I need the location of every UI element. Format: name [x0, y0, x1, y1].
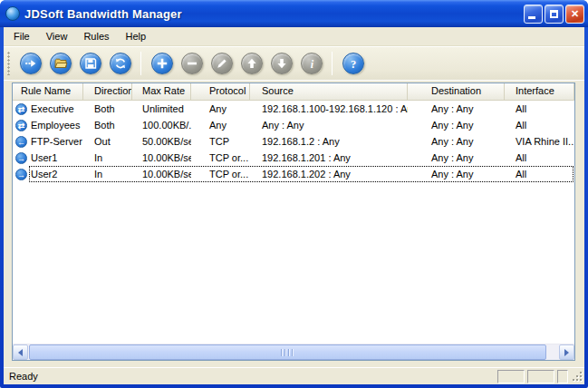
direction-both-icon: ⇄	[15, 120, 27, 131]
resize-grip[interactable]	[571, 370, 583, 383]
rule-interface: All	[505, 101, 574, 117]
column-header-rule-name[interactable]: Rule Name	[13, 83, 83, 100]
properties-button[interactable]: i	[301, 53, 323, 74]
up-arrow-icon	[245, 56, 259, 71]
dashed-right-arrow-icon	[24, 56, 38, 71]
rule-source: Any : Any	[250, 117, 408, 133]
table-row[interactable]: →User1 In 10.00KB/sec TCP or... 192.168.…	[13, 150, 574, 166]
rule-destination: Any : Any	[408, 150, 505, 166]
toolbar: i ?	[4, 46, 584, 81]
refresh-button[interactable]	[110, 53, 131, 74]
rule-protocol: TCP or...	[191, 150, 250, 166]
statusbar: Ready	[4, 367, 584, 384]
floppy-disk-icon	[83, 56, 98, 71]
rule-name: User1	[31, 150, 57, 166]
status-pane	[497, 370, 525, 383]
minimize-icon	[528, 16, 535, 19]
scrollbar-track[interactable]	[28, 344, 559, 360]
app-icon[interactable]	[5, 6, 20, 21]
column-header-protocol[interactable]: Protocol	[191, 83, 250, 100]
apply-button[interactable]	[20, 53, 42, 74]
rule-name: FTP-Server	[31, 133, 82, 150]
column-header-direction[interactable]: Direction	[83, 83, 132, 100]
rule-protocol: Any	[191, 117, 250, 133]
plus-icon	[155, 56, 169, 71]
rule-max-rate: Unlimited	[132, 101, 191, 117]
rule-name: User2	[31, 166, 57, 182]
direction-out-icon: ←	[15, 136, 27, 148]
thumb-grip-icon	[281, 349, 294, 356]
toolbar-gripper[interactable]	[7, 52, 11, 75]
titlebar[interactable]: JDSoft Bandwidth Manager ✕	[0, 0, 588, 27]
folder-icon	[53, 56, 68, 71]
column-header-destination[interactable]: Destination	[408, 83, 505, 100]
rule-interface: VIA Rhine II..	[505, 133, 574, 150]
column-header-max-rate[interactable]: Max Rate	[132, 83, 191, 100]
rule-source: 192.168.1.2 : Any	[250, 133, 408, 150]
svg-text:i: i	[310, 58, 313, 71]
edit-rule-button[interactable]	[211, 53, 233, 74]
toolbar-separator	[332, 52, 333, 75]
rule-source: 192.168.1.202 : Any	[250, 166, 408, 182]
table-body: ⇄Executive Both Unlimited Any 192.168.1.…	[13, 101, 574, 344]
close-button[interactable]: ✕	[565, 5, 584, 24]
move-down-button[interactable]	[271, 53, 293, 74]
rule-max-rate: 50.00KB/sec	[132, 133, 191, 150]
maximize-button[interactable]	[545, 5, 564, 24]
rule-protocol: Any	[191, 101, 250, 117]
add-rule-button[interactable]	[151, 53, 173, 74]
column-header-source[interactable]: Source	[250, 83, 408, 100]
menu-view[interactable]: View	[38, 29, 76, 44]
menu-rules[interactable]: Rules	[75, 29, 117, 44]
direction-in-icon: →	[15, 169, 27, 180]
maximize-icon	[550, 10, 558, 18]
svg-text:?: ?	[350, 58, 355, 71]
help-button[interactable]: ?	[342, 53, 364, 74]
horizontal-scrollbar	[13, 344, 574, 360]
table-row[interactable]: ⇄Executive Both Unlimited Any 192.168.1.…	[13, 101, 574, 117]
toolbar-separator	[140, 52, 141, 75]
rule-name: Employees	[31, 117, 80, 133]
open-button[interactable]	[50, 53, 72, 74]
table-row-focused[interactable]: →User2 In 10.00KB/sec TCP or... 192.168.…	[13, 166, 574, 182]
remove-rule-button[interactable]	[181, 53, 203, 74]
status-pane	[557, 370, 568, 383]
down-arrow-icon	[275, 56, 289, 71]
minus-icon	[185, 56, 199, 71]
menu-file[interactable]: File	[5, 29, 38, 44]
rule-destination: Any : Any	[408, 133, 505, 150]
rules-listview: Rule Name Direction Max Rate Protocol So…	[12, 82, 575, 361]
column-header-interface[interactable]: Interface	[505, 83, 574, 100]
table-header: Rule Name Direction Max Rate Protocol So…	[13, 83, 574, 101]
scroll-left-button[interactable]	[13, 344, 28, 360]
app-window: JDSoft Bandwidth Manager ✕ File View Rul…	[0, 0, 588, 388]
rule-destination: Any : Any	[408, 101, 505, 117]
rule-source: 192.168.1.201 : Any	[250, 150, 408, 166]
menu-help[interactable]: Help	[118, 29, 155, 44]
rule-max-rate: 100.00KB/...	[132, 117, 191, 133]
scrollbar-thumb[interactable]	[29, 344, 546, 360]
scroll-right-button[interactable]	[559, 344, 574, 360]
refresh-icon	[113, 56, 128, 71]
rule-max-rate: 10.00KB/sec	[132, 166, 191, 182]
rule-name: Executive	[31, 101, 74, 117]
minimize-button[interactable]	[524, 5, 543, 24]
question-mark-icon: ?	[346, 56, 361, 71]
table-row[interactable]: ⇄Employees Both 100.00KB/... Any Any : A…	[13, 117, 574, 133]
table-row[interactable]: ←FTP-Server Out 50.00KB/sec TCP 192.168.…	[13, 133, 574, 150]
status-text: Ready	[4, 371, 497, 382]
rule-interface: All	[505, 117, 574, 133]
rule-destination: Any : Any	[408, 166, 505, 182]
direction-both-icon: ⇄	[15, 103, 27, 115]
move-up-button[interactable]	[241, 53, 263, 74]
rule-direction: Both	[83, 101, 132, 117]
right-arrow-icon	[564, 349, 573, 356]
rule-interface: All	[505, 166, 574, 182]
left-arrow-icon	[14, 349, 23, 356]
save-button[interactable]	[80, 53, 101, 74]
pencil-icon	[215, 56, 229, 71]
rule-protocol: TCP or...	[191, 166, 250, 182]
rule-max-rate: 10.00KB/sec	[132, 150, 191, 166]
menubar: File View Rules Help	[4, 27, 584, 46]
rule-direction: In	[83, 166, 132, 182]
